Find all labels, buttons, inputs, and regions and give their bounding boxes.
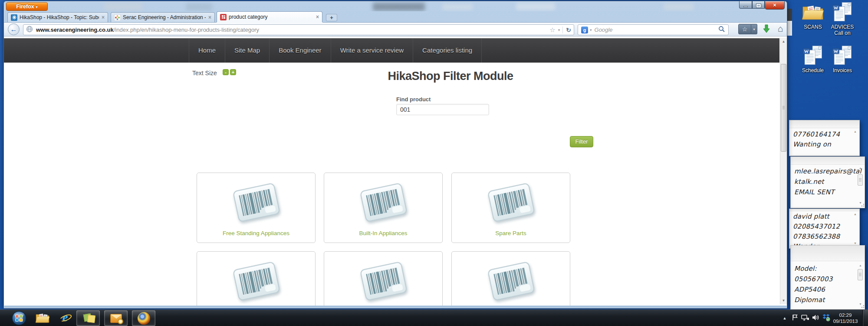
new-tab-button[interactable]: + (326, 14, 337, 21)
category-card-built-in[interactable]: Built-In Appliances (324, 173, 443, 243)
search-placeholder: Google (595, 27, 718, 33)
scrollbar-thumb[interactable] (858, 269, 863, 280)
taskbar-internet-explorer-button[interactable]: e (57, 310, 75, 326)
close-button[interactable]: × (765, 1, 785, 10)
category-card-free-standing[interactable]: Free Standing Appliances (197, 173, 316, 243)
close-icon: × (773, 2, 776, 8)
nav-item-book-engineer[interactable]: Book Engineer (269, 38, 330, 63)
taskbar-outlook-button[interactable] (104, 310, 128, 326)
desktop-icon-advices[interactable]: ADVICES Call on (826, 1, 858, 36)
maximize-icon (756, 4, 761, 7)
home-button[interactable]: ⌂ (775, 24, 786, 34)
category-card[interactable] (197, 251, 316, 306)
sticky-note-header[interactable] (791, 157, 865, 165)
download-arrow-icon (762, 24, 771, 33)
filter-button[interactable]: Filter (570, 136, 593, 147)
sticky-note[interactable]: david platt 02085437012 07836562388 Wond… (789, 209, 860, 249)
note-scrollbar[interactable]: ▲ ▼ (852, 213, 858, 245)
text-size-decrease-button[interactable]: - (223, 69, 229, 75)
category-label[interactable]: Spare Parts (452, 230, 570, 236)
minimize-button[interactable] (739, 1, 752, 9)
clock-date: 09/11/2013 (831, 318, 860, 324)
search-engine-dropdown-icon[interactable]: ▾ (590, 28, 592, 32)
sticky-note[interactable]: 07760164174 Wanting on ▲ (789, 120, 860, 156)
show-desktop-button[interactable] (862, 310, 868, 326)
tab-close-icon[interactable]: × (316, 14, 319, 20)
scrollbar-thumb[interactable] (858, 174, 863, 186)
category-label[interactable]: Free Standing Appliances (197, 230, 315, 236)
tab-bar: HikaShop - HikaShop - Topic: Subcat... ×… (4, 11, 787, 22)
start-button[interactable] (11, 310, 27, 326)
category-card[interactable] (324, 251, 443, 306)
taskbar-clock[interactable]: 02:29 09/11/2013 (831, 312, 860, 324)
note-scrollbar[interactable]: ▲ ▼ (858, 264, 863, 306)
scroll-up-icon[interactable]: ▲ (852, 213, 858, 216)
nav-item-site-map[interactable]: Site Map (225, 38, 269, 63)
sticky-note[interactable]: mlee.lasrepairs@tal ktalk.net EMAIL SENT… (790, 156, 865, 208)
taskbar-firefox-button[interactable] (132, 310, 155, 326)
tab-close-icon[interactable]: × (102, 14, 105, 20)
scroll-down-icon[interactable]: ▼ (780, 299, 787, 303)
note-scrollbar[interactable]: ▲ ▼ (858, 166, 863, 204)
note-line: ktalk.net (794, 176, 856, 187)
network-icon[interactable] (800, 314, 810, 323)
desktop-icon-scans[interactable]: SCANS (797, 1, 829, 30)
taskbar-explorer-button[interactable] (34, 310, 51, 326)
outlook-icon (110, 314, 122, 323)
desktop-icon-schedule[interactable]: Schedule (797, 44, 829, 73)
category-card[interactable] (451, 251, 570, 306)
clock-time: 02:29 (831, 312, 860, 318)
desktop-icon-invoices[interactable]: Invoices (826, 44, 858, 73)
find-product-input[interactable] (396, 104, 489, 115)
nav-item-home[interactable]: Home (189, 38, 225, 63)
url-dropdown-icon[interactable]: ▾ (558, 28, 560, 32)
window-titlebar[interactable] (4, 1, 787, 11)
text-size-increase-button[interactable]: + (230, 69, 236, 75)
category-label[interactable]: Built-In Appliances (324, 230, 442, 236)
back-button[interactable]: ← (8, 23, 20, 35)
tab-close-icon[interactable]: × (208, 14, 211, 20)
nav-item-write-review[interactable]: Write a service review (331, 38, 413, 63)
word-document-icon (832, 2, 853, 23)
sticky-note-header[interactable] (789, 120, 859, 128)
tab-serac-admin[interactable]: Serac Engineering - Administration - ...… (111, 12, 215, 22)
bookmarks-button[interactable]: ☆ (738, 24, 751, 34)
sticky-note-header[interactable] (791, 246, 865, 261)
page-scrollbar[interactable]: ▲ ▼ (780, 38, 787, 304)
maximize-button[interactable] (752, 1, 765, 9)
tab-hikashop-forum[interactable]: HikaShop - HikaShop - Topic: Subcat... × (7, 12, 108, 22)
action-center-flag-icon[interactable] (789, 314, 800, 323)
note-resize-grip[interactable] (861, 305, 864, 309)
scroll-down-icon[interactable]: ▼ (852, 242, 858, 245)
bookmark-star-icon[interactable]: ☆ (549, 26, 555, 34)
nav-item-categories-listing[interactable]: Categories listing (413, 38, 482, 63)
url-text[interactable]: www.seracengineering.co.uk/index.php/en/… (36, 27, 549, 33)
note-line: Model: (794, 263, 856, 274)
firefox-menu-button[interactable]: Firefox ▾ (6, 2, 48, 11)
dropbox-icon[interactable] (821, 313, 831, 323)
tab-product-category[interactable]: product category × (217, 11, 322, 22)
scroll-up-icon[interactable]: ▲ (780, 40, 787, 43)
note-scrollbar[interactable]: ▲ (852, 130, 858, 152)
sticky-note[interactable]: Model: 050567003 ADP5406 Diplomat ▲ ▼ (790, 245, 865, 309)
firefox-icon (138, 312, 150, 325)
background-window-sliver (787, 21, 792, 36)
note-resize-grip[interactable] (861, 204, 864, 207)
volume-icon[interactable] (810, 314, 821, 323)
system-tray: ▲ 02:29 09/11/2013 (780, 310, 868, 326)
category-card-spare-parts[interactable]: Spare Parts (451, 173, 570, 243)
search-input[interactable]: g ▾ Google (578, 24, 729, 35)
taskbar-sticky-notes-button[interactable] (76, 310, 100, 326)
page-content: Home Site Map Book Engineer Write a serv… (4, 37, 787, 306)
scroll-up-icon[interactable]: ▲ (858, 166, 863, 170)
find-product-label: Find product (396, 96, 431, 103)
reload-icon[interactable]: ↻ (562, 27, 571, 33)
url-bar[interactable]: www.seracengineering.co.uk/index.php/en/… (23, 24, 574, 35)
scroll-up-icon[interactable]: ▲ (858, 264, 863, 267)
scrollbar-thumb[interactable] (781, 64, 786, 152)
tray-expand-icon[interactable]: ▲ (780, 316, 789, 320)
downloads-button[interactable] (761, 24, 772, 34)
bookmarks-dropdown-icon[interactable]: ▾ (751, 24, 757, 34)
search-icon[interactable] (718, 26, 725, 34)
scroll-up-icon[interactable]: ▲ (852, 130, 858, 133)
